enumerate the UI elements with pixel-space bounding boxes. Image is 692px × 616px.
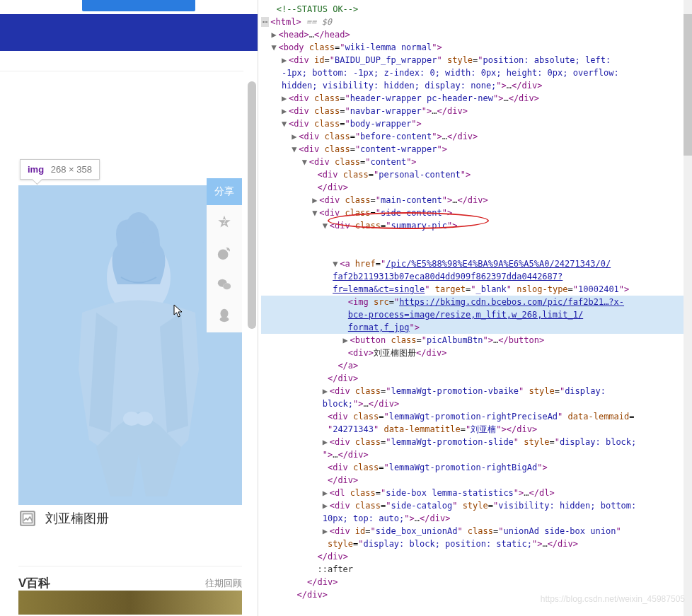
- weibo-icon[interactable]: [216, 245, 233, 262]
- gallery-icon: [18, 509, 37, 528]
- divider: [0, 71, 243, 71]
- code-line[interactable]: ▶<div class="main-content">…</div>: [261, 194, 692, 207]
- code-line[interactable]: </div>: [261, 474, 692, 487]
- code-line[interactable]: </div>: [261, 181, 692, 194]
- search-button[interactable]: [82, 0, 195, 11]
- code-line[interactable]: -1px; bottom: -1px; z-index: 0; width: 0…: [261, 66, 692, 79]
- share-icon-list: 2: [207, 205, 242, 332]
- code-line[interactable]: ▶<div id="side_box_unionAd" class="union…: [261, 525, 692, 537]
- expand-arrow-icon[interactable]: ▶: [271, 28, 278, 41]
- qq-icon[interactable]: [216, 307, 233, 324]
- code-line[interactable]: ▼<a href="/pic/%E5%88%98%E4%BA%9A%E6%A5%…: [261, 257, 692, 270]
- code-line[interactable]: ▶<dl class="side-box lemma-statistics">……: [261, 487, 692, 499]
- watermark-text: https://blog.csdn.net/weixin_45987505: [541, 593, 685, 605]
- code-line-selected[interactable]: <img src="https://bkimg.cdn.bcebos.com/p…: [261, 296, 692, 308]
- code-line[interactable]: style="display: block; position: static;…: [261, 537, 692, 550]
- code-line[interactable]: <div>刘亚楠图册</div>: [261, 347, 692, 359]
- svg-point-11: [221, 309, 229, 318]
- code-line[interactable]: ▶<div class="before-content">…</div>: [261, 130, 692, 143]
- devtools-elements-panel: <!--STATUS OK--> ⋯<html> == $0 ▶<head>…<…: [258, 0, 692, 616]
- code-line[interactable]: </div>: [261, 372, 692, 385]
- code-line[interactable]: faf2b2119313b07eca80d4dd909f862397dda044…: [261, 270, 692, 283]
- star-icon[interactable]: 2: [216, 214, 233, 231]
- overflow-dots-icon[interactable]: ⋯: [261, 17, 269, 27]
- tooltip-dimensions: 268 × 358: [51, 164, 92, 175]
- svg-point-12: [220, 317, 229, 322]
- vwiki-section: V百科 往期回顾: [18, 566, 242, 591]
- vwiki-thumbnail[interactable]: [18, 591, 242, 615]
- code-line-selected[interactable]: format,f_jpg">: [261, 321, 692, 334]
- page-header: [0, 14, 258, 51]
- code-line[interactable]: <div class="personal-content">: [261, 168, 692, 181]
- code-line[interactable]: ▼<body class="wiki-lemma normal">: [261, 41, 692, 54]
- vwiki-more-link[interactable]: 往期回顾: [205, 577, 242, 590]
- code-line[interactable]: ▶<div class="lemmaWgt-promotion-vbaike" …: [261, 385, 692, 397]
- code-line[interactable]: 10px; top: auto;">…</div>: [261, 512, 692, 525]
- page-preview-panel: img 268 × 358 分享 2: [0, 0, 258, 616]
- code-line[interactable]: </div>: [261, 576, 692, 588]
- code-line[interactable]: ▼<div class="body-wrapper">: [261, 117, 692, 130]
- svg-point-6: [218, 250, 229, 260]
- devtools-scrollbar[interactable]: [684, 0, 692, 616]
- code-line[interactable]: ▶<head>…</head>: [261, 28, 692, 41]
- svg-point-10: [223, 283, 231, 289]
- collapse-arrow-icon[interactable]: ▼: [271, 41, 278, 54]
- code-line[interactable]: block;">…</div>: [261, 397, 692, 410]
- wechat-icon[interactable]: [216, 276, 233, 293]
- tooltip-tag: img: [28, 164, 44, 175]
- dom-tree[interactable]: <!--STATUS OK--> ⋯<html> == $0 ▶<head>…<…: [258, 0, 692, 604]
- album-row[interactable]: 刘亚楠图册: [18, 509, 109, 528]
- code-line[interactable]: ▶<div id="BAIDU_DUP_fp_wrapper" style="p…: [261, 54, 692, 66]
- code-line[interactable]: ▶<div class="side-catalog" style="visibi…: [261, 499, 692, 512]
- code-line[interactable]: ▼<div class="content">: [261, 156, 692, 168]
- share-label: 分享: [214, 185, 234, 198]
- svg-point-4: [136, 412, 153, 426]
- code-line[interactable]: ▶<div class="lemmaWgt-promotion-slide" s…: [261, 436, 692, 448]
- code-line[interactable]: ▼<div class="side-content">: [261, 207, 692, 219]
- code-line[interactable]: <!--STATUS OK-->: [261, 3, 692, 16]
- svg-point-2: [126, 212, 151, 243]
- album-label: 刘亚楠图册: [45, 510, 109, 527]
- code-line-selected[interactable]: bce-process=image/resize,m_lfit,w_268,li…: [261, 308, 692, 321]
- code-line[interactable]: "24271343" data-lemmatitle="刘亚楠"></div>: [261, 423, 692, 436]
- code-line[interactable]: </a>: [261, 359, 692, 372]
- vertical-scrollbar[interactable]: [248, 81, 256, 329]
- code-line[interactable]: <div class="lemmaWgt-promotion-rightBigA…: [261, 461, 692, 474]
- code-line[interactable]: ">…</div>: [261, 448, 692, 461]
- code-line[interactable]: ::after: [261, 563, 692, 576]
- mouse-cursor: [173, 304, 185, 318]
- code-line[interactable]: hidden; visibility: hidden; display: non…: [261, 79, 692, 92]
- code-line[interactable]: ▼<div class="summary-pic">: [261, 219, 692, 257]
- code-line[interactable]: ⋯<html> == $0: [261, 16, 692, 28]
- vwiki-title: V百科: [18, 575, 50, 591]
- code-line[interactable]: <div class="lemmaWgt-promotion-rightPrec…: [261, 410, 692, 423]
- code-line[interactable]: ▶<div class="header-wrapper pc-header-ne…: [261, 92, 692, 105]
- code-line[interactable]: </div>: [261, 550, 692, 563]
- share-button[interactable]: 分享: [207, 178, 242, 205]
- inspect-tooltip: img 268 × 358: [20, 159, 100, 180]
- svg-text:2: 2: [223, 219, 226, 226]
- code-line[interactable]: ▼<div class="content-wrapper">: [261, 143, 692, 156]
- code-line[interactable]: ▶<button class="picAlbumBtn">…</button>: [261, 334, 692, 347]
- code-line[interactable]: fr=lemma&ct=single" target="_blank" nslo…: [261, 283, 692, 296]
- code-line[interactable]: ▶<div class="navbar-wrapper">…</div>: [261, 105, 692, 117]
